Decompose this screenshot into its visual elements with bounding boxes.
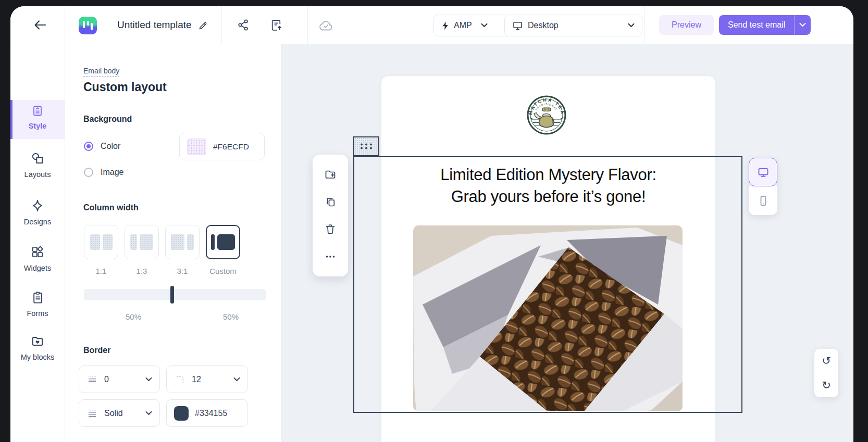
template-title: Untitled template [117,19,192,31]
device-preview-dropdown[interactable]: Desktop [504,15,642,36]
sidebar-item-label: Layouts [10,170,65,179]
border-color-value: #334155 [195,409,240,418]
style-icon [31,105,44,117]
border-radius-dropdown[interactable]: 12 [166,365,248,393]
delete-block-button[interactable] [321,220,340,238]
mobile-view-button[interactable] [749,186,777,215]
device-preview-label: Desktop [528,21,559,30]
monitor-icon [512,20,523,31]
block-toolbar [313,155,348,276]
back-arrow-icon [33,19,47,31]
drag-dots-icon [359,142,373,150]
column-option-3-1[interactable] [165,225,200,259]
mobile-view-icon [757,195,770,207]
forms-icon [31,291,45,305]
chevron-down-icon [799,23,806,27]
border-width-dropdown[interactable]: 0 [79,365,160,393]
left-column-percent: 50% [116,312,151,321]
export-template-button[interactable] [269,18,283,32]
column-option-label: 1:3 [125,267,159,275]
coffee-bag-illustration [413,225,683,411]
border-heading: Border [83,346,110,355]
history-panel: ↺ ↻ [814,349,838,397]
send-options-button[interactable] [794,15,811,35]
amp-mode-dropdown[interactable]: AMP [433,15,511,36]
border-color-picker[interactable]: #334155 [166,399,248,427]
desktop-view-icon [757,166,770,179]
device-toggle [749,158,777,215]
border-radius-icon [174,374,185,385]
save-block-button[interactable] [321,165,340,184]
chevron-down-icon [628,23,635,28]
send-test-email-group: Send test email [719,15,811,35]
redo-button[interactable]: ↻ [814,373,838,397]
email-heading-line1: Limited Edition Mystery Flavor: [381,164,715,186]
column-option-1-3[interactable] [125,225,159,259]
border-style-dropdown[interactable]: Solid [79,399,160,427]
brand-logo[interactable]: MATCHA TEA TRADITIONAL [526,95,567,135]
column-option-1-1[interactable] [84,225,118,259]
sidebar-item-designs[interactable]: Designs [10,198,65,226]
email-canvas: MATCHA TEA TRADITIONAL Limited Edit [282,44,853,442]
coffee-beans-image[interactable] [413,225,683,411]
color-radio-label: Color [101,142,120,151]
sidebar-item-forms[interactable]: Forms [10,291,65,318]
chevron-down-icon [145,411,152,415]
email-heading-line2: Grab yours before it’s gone! [381,186,715,208]
background-color-value: #F6ECFD [213,142,249,151]
border-width-value: 0 [104,375,139,384]
breadcrumb-email-body[interactable]: Email body [83,67,119,77]
border-style-value: Solid [104,409,139,418]
layouts-icon [30,151,45,166]
rename-button[interactable] [197,20,209,31]
share-button[interactable] [237,19,250,31]
color-radio[interactable] [84,142,93,151]
sidebar-item-style[interactable]: Style [10,105,65,130]
widgets-icon [30,245,45,259]
column-width-slider-handle[interactable] [170,286,174,304]
more-options-button[interactable] [321,247,340,266]
undo-button[interactable]: ↺ [814,349,838,373]
document-export-icon [270,19,283,32]
my-blocks-icon [30,334,45,348]
column-width-slider[interactable] [84,289,266,300]
desktop-view-button[interactable] [749,158,777,186]
image-radio[interactable] [84,168,93,177]
column-option-label: 1:1 [84,267,118,275]
column-option-label: 3:1 [165,267,200,275]
trash-icon [324,223,337,235]
block-drag-handle[interactable] [353,136,379,156]
autosave-status [318,18,333,32]
sidebar-item-label: Designs [10,218,65,226]
matcha-tea-logo-icon: MATCHA TEA TRADITIONAL [526,95,567,135]
undo-icon: ↺ [822,355,831,367]
preview-button[interactable]: Preview [659,15,714,35]
redo-icon: ↻ [822,379,831,392]
chevron-down-icon [481,23,488,28]
sidebar-rail: Style Layouts Designs Widgets [10,44,65,442]
sidebar-item-my-blocks[interactable]: My blocks [10,334,65,361]
background-color-picker[interactable]: #F6ECFD [179,133,265,160]
column-option-custom[interactable] [206,225,240,259]
background-color-option[interactable]: Color [84,142,120,151]
settings-panel: Email body Custom layout Background Colo… [65,44,282,442]
back-button[interactable] [33,19,47,31]
sidebar-item-layouts[interactable]: Layouts [10,151,65,179]
column-option-label: Custom [206,267,240,275]
copy-icon [324,196,337,208]
ellipsis-icon [324,250,337,263]
background-image-option[interactable]: Image [84,168,123,177]
send-test-email-button[interactable]: Send test email [719,15,794,35]
email-heading[interactable]: Limited Edition Mystery Flavor: Grab you… [381,164,715,208]
column-width-heading: Column width [83,203,139,212]
duplicate-block-button[interactable] [321,193,340,211]
editor-window: Untitled template [10,6,853,442]
amp-mode-label: AMP [454,21,472,30]
app-logo[interactable] [79,17,97,34]
border-width-icon [86,374,98,385]
sidebar-item-label: My blocks [10,353,65,361]
chevron-down-icon [145,377,152,382]
bolt-icon [441,21,449,30]
topbar: Untitled template [10,6,853,44]
sidebar-item-widgets[interactable]: Widgets [10,245,65,272]
